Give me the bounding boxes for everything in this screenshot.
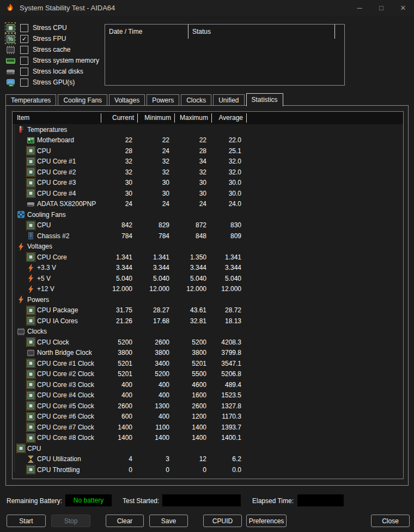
column-header-average[interactable]: Average [212,113,247,123]
clear-button[interactable]: Clear [106,515,144,527]
value-cell-average: 3547.1 [212,360,247,367]
tab-clocks[interactable]: Clocks [181,94,211,106]
table-row[interactable]: CPU [13,443,403,454]
value-cell-current: 30 [101,190,138,197]
table-row[interactable]: CPU Package31.7528.2743.6128.72 [13,305,403,316]
table-row[interactable]: +5 V5.0405.0405.0405.040 [13,273,403,284]
value-cell-current: 2600 [101,402,138,410]
close-icon[interactable]: ✕ [392,0,414,15]
maximize-icon[interactable]: □ [370,0,392,15]
table-row[interactable]: CPU Core #7 Clock1400110014001393.7 [13,422,403,433]
save-button[interactable]: Save [149,515,188,527]
item-cell: Cooling Fans [13,210,101,219]
tab-powers[interactable]: Powers [147,94,179,106]
value-cell-maximum: 3.344 [175,264,212,271]
table-row[interactable]: CPU Core #4 Clock40040016001523.5 [13,390,403,401]
disk-icon [27,200,35,208]
motherboard-icon [27,136,35,144]
value-cell-average: 1327.8 [212,402,247,410]
tab-cooling-fans[interactable]: Cooling Fans [58,94,107,106]
stress-option-label: Stress FPU [33,35,66,43]
value-cell-current: 0 [101,466,138,474]
item-label: Motherboard [37,136,74,144]
value-cell-average: 6.2 [212,455,247,463]
tab-statistics[interactable]: Statistics [246,93,283,106]
table-row[interactable]: Motherboard22222222.0 [13,135,403,146]
table-row[interactable]: Chassis #2784784848809 [13,231,403,241]
value-cell-average: 24.0 [212,200,247,208]
table-row[interactable]: CPU Core #232323232.0 [13,167,403,178]
value-cell-average: 1523.5 [212,391,247,399]
checkbox-stress-cache[interactable] [20,46,28,54]
table-row[interactable]: CPU Core #330303030.0 [13,178,403,189]
value-cell-current: 22 [101,136,138,144]
table-row[interactable]: CPU Core #3 Clock4004004600489.4 [13,379,403,390]
table-row[interactable]: CPU28242825.1 [13,146,403,156]
table-row[interactable]: ADATA SX8200PNP24242424.0 [13,199,403,210]
stress-option-row: Stress local disks [5,66,104,77]
close-button[interactable]: Close [371,515,410,527]
tab-unified[interactable]: Unified [213,94,244,106]
table-row[interactable]: CPU Core #2 Clock5201520055005206.8 [13,369,403,380]
table-row[interactable]: Temperatures [13,124,403,135]
cpuid-button[interactable]: CPUID [203,515,242,527]
value-cell-minimum: 784 [138,232,175,240]
column-header-current[interactable]: Current [101,113,138,123]
thermometer-icon [17,125,25,134]
table-row[interactable]: CPU Core #1 Clock5201340052013547.1 [13,358,403,369]
preferences-button[interactable]: Preferences [246,515,287,527]
column-header-minimum[interactable]: Minimum [138,113,175,123]
checkbox-stress-cpu[interactable] [20,24,28,32]
window-controls: ─□✕ [349,0,414,15]
value-cell-maximum: 5201 [175,360,212,367]
item-label: +3.3 V [37,264,56,271]
cpu-icon [27,413,35,421]
table-row[interactable]: CPU Core1.3411.3411.3501.341 [13,252,403,263]
table-row[interactable]: CPU Throttling0000.0 [13,464,403,475]
column-header-item[interactable]: Item [13,113,101,123]
table-row[interactable]: Voltages [13,241,403,252]
item-label: CPU [37,221,51,229]
table-row[interactable]: CPU Utilization43126.2 [13,454,403,465]
value-cell-current: 28 [101,147,138,155]
stress-option-label: Stress CPU [33,24,67,32]
checkbox-stress-local-disks[interactable] [20,68,28,76]
log-column-header[interactable]: Date / Time [105,25,188,39]
test-log-list[interactable]: Date / TimeStatus [105,24,345,86]
table-row[interactable]: +12 V12.00012.00012.00012.000 [13,284,403,295]
tab-temperatures[interactable]: Temperatures [5,94,56,106]
table-row[interactable]: Clocks [13,327,403,337]
value-cell-maximum: 22 [175,136,212,144]
table-row[interactable]: CPU Core #6 Clock60040012001170.3 [13,412,403,422]
table-row[interactable]: CPU Core #5 Clock2600130026001327.8 [13,401,403,412]
stress-option-row: Stress CPU [5,22,104,33]
log-column-header[interactable]: Status [188,25,335,39]
item-cell: CPU Core #7 Clock [13,423,101,431]
tab-voltages[interactable]: Voltages [109,94,145,106]
item-cell: CPU Core #3 Clock [13,380,101,389]
minimize-icon[interactable]: ─ [349,0,370,15]
table-row[interactable]: North Bridge Clock3800380038003799.8 [13,348,403,359]
checkbox-stress-fpu[interactable]: ✓ [20,35,28,43]
table-row[interactable]: CPU Core #8 Clock1400140014001400.1 [13,433,403,444]
value-cell-minimum: 24 [138,147,175,155]
chip-icon [17,328,25,336]
value-cell-current: 1400 [101,434,138,442]
start-button[interactable]: Start [7,515,46,527]
checkbox-stress-system-memory[interactable] [20,57,28,65]
table-row[interactable]: CPU Core #132323432.0 [13,156,403,167]
statistics-table[interactable]: ItemCurrentMinimumMaximumAverage Tempera… [12,111,404,479]
item-label: Powers [27,296,49,304]
table-row[interactable]: Powers [13,294,403,305]
table-row[interactable]: CPU842829872830 [13,220,403,231]
table-row[interactable]: CPU IA Cores21.2617.6832.8118.13 [13,316,403,327]
table-row[interactable]: CPU Clock5200260052004208.3 [13,337,403,348]
table-row[interactable]: CPU Core #430303030.0 [13,188,403,199]
value-cell-average: 830 [212,221,247,229]
checkbox-stress-gpu-s-[interactable] [20,78,28,87]
column-header-maximum[interactable]: Maximum [175,113,212,123]
item-cell: +3.3 V [13,264,101,272]
table-row[interactable]: Cooling Fans [13,209,403,220]
value-cell-maximum: 12.000 [175,285,212,293]
table-row[interactable]: +3.3 V3.3443.3443.3443.344 [13,263,403,274]
